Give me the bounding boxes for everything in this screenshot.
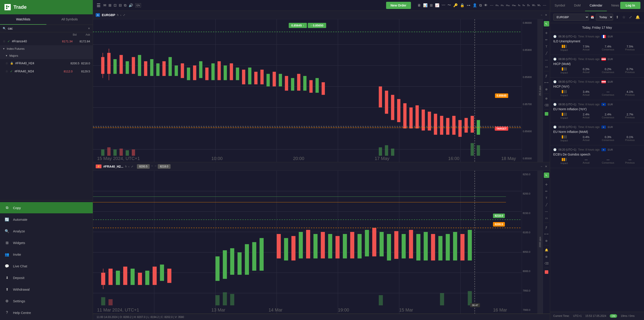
star-icon[interactable]: ☆	[6, 70, 8, 73]
eraser-tool-2[interactable]: ⌫	[544, 260, 549, 266]
h1-label[interactable]: h₁	[518, 4, 520, 7]
clear-search-icon[interactable]: ✕	[88, 27, 90, 30]
grid-icon[interactable]: ⊞	[108, 3, 111, 8]
horizontal-tool-2[interactable]: —	[544, 209, 549, 214]
menu-icon[interactable]: ☰	[96, 3, 100, 8]
rect-tool[interactable]: ▭	[544, 64, 549, 69]
wave-icon[interactable]: 〜	[448, 3, 451, 8]
monitor-icon[interactable]: 🖥	[417, 3, 421, 8]
crosshair-tool[interactable]: ✛	[544, 30, 549, 36]
cursor-tool[interactable]: ↖	[544, 21, 549, 26]
bell-button[interactable]: 🔔	[634, 14, 641, 20]
copy-layout-icon[interactable]: ⧉	[124, 3, 126, 8]
crosshair-tool-2[interactable]: ✛	[544, 182, 549, 187]
more-icon[interactable]: ⋯	[543, 3, 546, 8]
d1-label[interactable]: D₁	[527, 4, 530, 7]
m15-label[interactable]: m₁₅	[506, 4, 510, 7]
tab-calendar[interactable]: Calendar	[585, 0, 607, 11]
chart1-expand[interactable]: ⤢	[123, 14, 125, 16]
tab-watchlists[interactable]: Watchlists	[0, 14, 46, 25]
nav-item-live-chat[interactable]: 💬 Live Chat	[0, 260, 93, 272]
text-tool-2[interactable]: T	[544, 195, 549, 200]
layers-icon[interactable]: ⧉	[479, 3, 482, 8]
share-button[interactable]: ⬆	[615, 14, 620, 20]
magnet-tool-2[interactable]: ⊕	[544, 238, 549, 243]
tab-dom[interactable]: DoM	[570, 0, 585, 11]
volume-icon[interactable]: 🔊	[128, 3, 133, 8]
eraser-tool[interactable]: ⌫	[544, 102, 549, 108]
nav-item-help[interactable]: ? Help Centre	[0, 307, 93, 318]
w1-label[interactable]: W₁	[532, 4, 535, 7]
new-order-button[interactable]: New Order	[386, 2, 411, 9]
m5-label[interactable]: m₅	[501, 4, 504, 7]
popup-button[interactable]: ⤢	[628, 14, 633, 20]
chart1-close[interactable]: ✕	[545, 14, 547, 16]
horizontal-tool[interactable]: —	[544, 57, 549, 62]
bar-icon[interactable]: 📈	[435, 3, 440, 8]
lang-icon[interactable]: EN	[135, 3, 141, 8]
alert-tool[interactable]: 🔔	[544, 247, 549, 252]
key-icon[interactable]: 🔑	[453, 3, 458, 8]
date-selector[interactable]: Today	[596, 14, 613, 20]
star-icon[interactable]: ☆	[3, 40, 6, 43]
section-majors[interactable]: ▼ Majors	[0, 52, 93, 59]
email-icon[interactable]: ✉	[103, 3, 106, 8]
search-input[interactable]	[8, 27, 86, 30]
list-item[interactable]: ☆ ✓ #France40 8171.34 8172.84	[0, 37, 93, 45]
pen-tool[interactable]: ✏	[544, 37, 549, 42]
chart1-canvas[interactable]: 0.85645 ↑ ↑ 0.85650	[93, 19, 522, 162]
chart2-canvas[interactable]: 11 Mar 2024, UTC+1 13 Mar 14 Mar 19:00 1…	[93, 171, 522, 314]
list-item[interactable]: ☆ ✓ #FRA40_M24 8112.0 8129.5	[0, 67, 93, 75]
nav-item-withdrawal[interactable]: ⬆ Withdrawal	[0, 284, 93, 295]
nav-item-invite[interactable]: 👥 Invite	[0, 249, 93, 260]
h4-label[interactable]: h₄	[522, 4, 525, 7]
grid2-icon[interactable]: ⊞	[430, 3, 433, 8]
fib-tool[interactable]: Ƒ	[544, 73, 549, 78]
nav-item-settings[interactable]: ⚙ Settings	[0, 295, 93, 306]
split-icon[interactable]: ⊟	[119, 3, 122, 8]
line-tool[interactable]: ╱	[544, 50, 549, 56]
m30-label[interactable]: m₃₀	[512, 4, 516, 7]
rect-tool-2[interactable]: ▭	[544, 215, 549, 221]
dots-icon[interactable]: ⋯	[490, 3, 494, 8]
chart2-scrollbar[interactable]	[93, 314, 550, 314]
tab-symbol[interactable]: Symbol	[550, 0, 570, 11]
star-button[interactable]: ☆	[621, 14, 626, 20]
m1-label[interactable]: m₁	[496, 4, 498, 7]
pen-tool-2[interactable]: ✏	[544, 188, 549, 194]
zoom-tool[interactable]: ⊕	[544, 96, 549, 101]
layout-icon[interactable]: ⊡	[114, 3, 116, 8]
text-tool[interactable]: T	[544, 44, 549, 49]
chart1-minimize[interactable]: −	[541, 14, 542, 16]
chart2-expand[interactable]: ⤢	[131, 165, 133, 168]
star-icon[interactable]: ☆	[6, 62, 8, 65]
list-item[interactable]: ☆ 🔒 #FRA40_H24 8200.5 8218.0	[0, 59, 93, 67]
symbol-selector[interactable]: EURGBP	[553, 14, 589, 20]
mn1-label[interactable]: M₁	[538, 4, 540, 7]
chart2-minimize[interactable]: −	[541, 165, 542, 168]
slider-icon[interactable]: ⊶	[467, 3, 470, 8]
status-toggle[interactable]: ON	[610, 314, 617, 318]
people-icon[interactable]: 👤	[472, 3, 477, 8]
line-icon[interactable]: 〰	[442, 3, 445, 8]
color-picker-2[interactable]	[545, 270, 548, 274]
nav-item-copy[interactable]: ⧉ Copy	[0, 202, 93, 213]
login-button[interactable]: Log In	[620, 2, 640, 9]
chart2-close[interactable]: ✕	[545, 165, 547, 168]
line-tool-2[interactable]: ╱	[544, 202, 549, 207]
color-picker[interactable]	[545, 112, 548, 116]
nav-item-automate[interactable]: 🔄 Automate	[0, 214, 93, 225]
measure-tool-2[interactable]: ⟷	[544, 231, 549, 237]
lock2-icon[interactable]: 🔒	[460, 3, 464, 8]
candle-icon[interactable]: 📊	[423, 3, 428, 8]
nav-item-deposit[interactable]: ⬇ Deposit	[0, 272, 93, 283]
section-index-futures[interactable]: ▼ Index Futures	[0, 45, 93, 52]
fib-tool-2[interactable]: Ƒ	[544, 224, 549, 230]
zoom-tool-2[interactable]: ⊕	[544, 254, 549, 259]
nav-item-widgets[interactable]: ⊞ Widgets	[0, 237, 93, 248]
cursor-tool-2[interactable]: ↖	[544, 172, 549, 178]
tab-all-symbols[interactable]: All Symbols	[46, 14, 93, 25]
measure-tool[interactable]: ⟷	[544, 80, 549, 85]
nav-item-analyze[interactable]: 🔍 Analyze	[0, 226, 93, 237]
magnet-tool[interactable]: ⊕	[544, 86, 549, 92]
